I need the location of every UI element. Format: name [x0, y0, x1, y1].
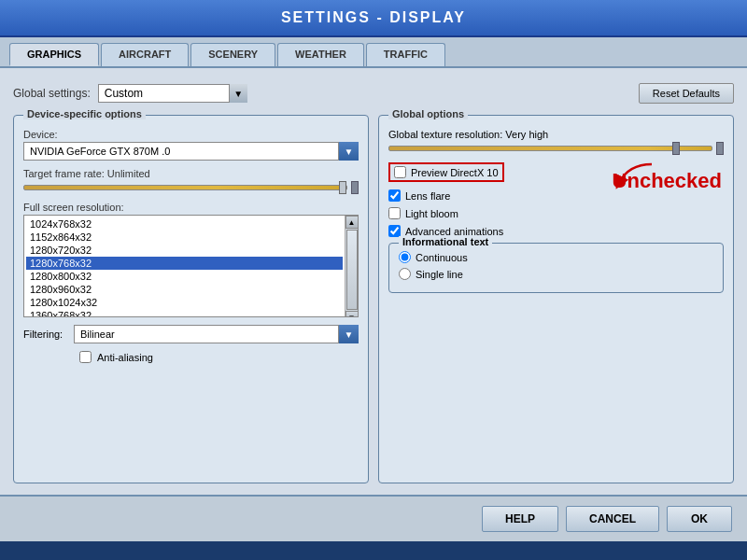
global-settings-select-wrapper: Custom Low Medium High Ultra High ▼: [98, 84, 247, 103]
resolution-item[interactable]: 1280x800x32: [26, 270, 343, 283]
antialias-checkbox[interactable]: [79, 351, 92, 363]
global-settings-label: Global settings:: [13, 87, 91, 100]
info-text-title: Informational text: [399, 236, 492, 247]
device-panel-title: Device-specific options: [23, 108, 146, 119]
reset-defaults-button[interactable]: Reset Defaults: [639, 83, 734, 104]
continuous-radio[interactable]: [399, 251, 411, 263]
texture-slider[interactable]: [388, 146, 712, 151]
tab-aircraft[interactable]: AIRCRAFT: [101, 43, 189, 66]
tab-traffic[interactable]: TRAFFIC: [366, 43, 445, 66]
ok-button[interactable]: OK: [667, 506, 732, 532]
frame-rate-slider[interactable]: [23, 185, 347, 190]
resolution-list: 1024x768x32 1152x864x32 1280x720x32 1280…: [24, 216, 345, 317]
scroll-thumb[interactable]: [346, 230, 358, 310]
cancel-button[interactable]: CANCEL: [566, 506, 659, 532]
tab-scenery[interactable]: SCENERY: [190, 43, 275, 66]
device-label: Device:: [23, 129, 359, 140]
light-bloom-label[interactable]: Light bloom: [405, 208, 458, 219]
lens-flare-checkbox[interactable]: [388, 189, 401, 202]
single-line-row: Single line: [399, 268, 713, 280]
light-bloom-row: Light bloom: [388, 207, 724, 219]
global-options-panel: Global options Global texture resolution…: [378, 115, 734, 483]
texture-label: Global texture resolution: Very high: [388, 129, 724, 140]
global-options-title: Global options: [388, 108, 468, 119]
help-button[interactable]: HELP: [482, 506, 558, 532]
filtering-label: Filtering:: [23, 329, 68, 340]
resolution-item[interactable]: 1280x1024x32: [26, 296, 343, 309]
resolution-item[interactable]: 1280x720x32: [26, 244, 343, 257]
preview-dx10-label[interactable]: Preview DirectX 10: [411, 167, 499, 178]
dialog: GRAPHICS AIRCRAFT SCENERY WEATHER TRAFFI…: [0, 37, 747, 541]
device-select-wrapper: NVIDIA GeForce GTX 870M .0 ▼: [23, 142, 359, 161]
antialias-row: Anti-aliasing: [23, 351, 359, 363]
content-area: Global settings: Custom Low Medium High …: [0, 68, 747, 495]
texture-res: Global texture resolution: Very high: [388, 129, 724, 155]
scroll-down[interactable]: ▼: [345, 311, 359, 317]
device-panel: Device-specific options Device: NVIDIA G…: [13, 115, 369, 483]
resolution-listbox[interactable]: 1024x768x32 1152x864x32 1280x720x32 1280…: [23, 215, 359, 317]
resolution-item[interactable]: 1152x864x32: [26, 231, 343, 244]
title-bar: SETTINGS - DISPLAY: [0, 0, 747, 37]
resolution-item[interactable]: 1280x960x32: [26, 283, 343, 296]
resolution-label: Full screen resolution:: [23, 202, 359, 213]
lens-flare-label[interactable]: Lens flare: [405, 190, 450, 202]
continuous-row: Continuous: [399, 251, 713, 263]
filtering-dropdown-arrow: ▼: [338, 325, 359, 343]
resolution-scrollbar[interactable]: ▲ ▼: [345, 216, 358, 317]
resolution-item[interactable]: 1024x768x32: [26, 217, 343, 231]
tabs-bar: GRAPHICS AIRCRAFT SCENERY WEATHER TRAFFI…: [0, 37, 747, 68]
filtering-row: Filtering: Bilinear Trilinear Anisotropi…: [23, 325, 359, 343]
advanced-animations-label[interactable]: Advanced animations: [405, 226, 503, 237]
filtering-select-wrapper: Bilinear Trilinear Anisotropic 2x Anisot…: [74, 325, 359, 343]
info-text-panel: Informational text Continuous Single lin…: [388, 243, 724, 293]
tab-graphics[interactable]: GRAPHICS: [9, 43, 99, 66]
device-dropdown-arrow: ▼: [338, 142, 359, 161]
antialias-label[interactable]: Anti-aliasing: [97, 352, 153, 363]
preview-dx10-checkbox[interactable]: [394, 166, 406, 178]
unchecked-text: Unchecked: [613, 169, 722, 193]
device-select[interactable]: NVIDIA GeForce GTX 870M .0: [23, 142, 359, 161]
bottom-bar: HELP CANCEL OK: [0, 495, 747, 541]
scroll-up[interactable]: ▲: [345, 216, 359, 229]
dialog-title: SETTINGS - DISPLAY: [281, 9, 466, 25]
global-settings-row: Global settings: Custom Low Medium High …: [13, 79, 734, 107]
global-settings-select[interactable]: Custom Low Medium High Ultra High: [98, 84, 247, 103]
resolution-item-selected[interactable]: 1280x768x32: [26, 257, 343, 270]
continuous-label[interactable]: Continuous: [416, 252, 468, 263]
texture-slider-end: [716, 142, 724, 155]
single-line-radio[interactable]: [399, 268, 411, 280]
light-bloom-checkbox[interactable]: [388, 207, 401, 219]
tab-weather[interactable]: WEATHER: [277, 43, 364, 66]
slider-end: [351, 181, 359, 194]
filtering-select[interactable]: Bilinear Trilinear Anisotropic 2x Anisot…: [74, 325, 359, 343]
resolution-item[interactable]: 1360x768x32: [26, 309, 343, 317]
single-line-label[interactable]: Single line: [416, 269, 463, 280]
preview-dx-wrapper: Preview DirectX 10: [388, 162, 504, 182]
frame-rate-label: Target frame rate: Unlimited: [23, 168, 359, 179]
